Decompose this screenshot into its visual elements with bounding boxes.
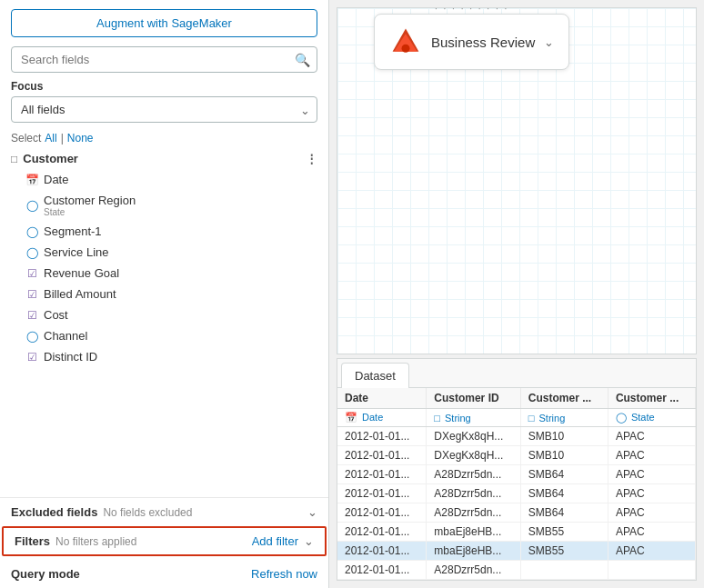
dataset-container: Dataset Date Customer ID Customer ... Cu… bbox=[337, 358, 697, 581]
dim-field-icon: ◯ bbox=[25, 246, 38, 259]
excluded-section[interactable]: Excluded fields No fields excluded ⌄ bbox=[0, 498, 328, 526]
field-group-more-icon[interactable]: ⋮ bbox=[306, 152, 317, 165]
table-cell: A28Dzrr5dn... bbox=[427, 465, 521, 484]
dim-field-icon: ◯ bbox=[25, 199, 38, 212]
table-cell: APAC bbox=[608, 542, 695, 561]
string-type-icon: □ bbox=[528, 413, 535, 424]
excluded-chevron-icon: ⌄ bbox=[307, 505, 317, 519]
field-name-billed-amount: Billed Amount bbox=[44, 287, 300, 301]
left-panel: Augment with SageMaker 🔍 Focus All field… bbox=[0, 0, 329, 588]
column-header-cust3: Customer ... bbox=[608, 388, 695, 409]
table-cell: A28Dzrr5dn... bbox=[427, 561, 521, 580]
search-container: 🔍 bbox=[11, 46, 317, 73]
query-mode-label: Query mode bbox=[11, 567, 251, 581]
excluded-note: No fields excluded bbox=[103, 506, 302, 519]
field-name-distinct-id: Distinct ID bbox=[44, 350, 300, 364]
list-item[interactable]: ◯ Customer Region State ⋮ bbox=[0, 190, 328, 221]
table-cell: 2012-01-01... bbox=[337, 503, 427, 523]
date-field-icon: 📅 bbox=[25, 174, 38, 186]
table-row: 2012-01-01...mbaEj8eHB...SMB55APAC bbox=[337, 523, 696, 542]
table-cell: APAC bbox=[608, 446, 695, 465]
list-item[interactable]: ◯ Channel ⋮ bbox=[0, 325, 328, 346]
focus-section: Focus All fields ⌄ bbox=[0, 80, 328, 128]
table-cell: 2012-01-01... bbox=[337, 446, 427, 465]
select-none-link[interactable]: None bbox=[67, 132, 94, 145]
query-mode-section: Query mode Refresh now bbox=[0, 560, 328, 588]
refresh-now-link[interactable]: Refresh now bbox=[251, 567, 317, 581]
filters-chevron-icon: ⌄ bbox=[304, 534, 314, 548]
excluded-label: Excluded fields bbox=[11, 505, 97, 519]
field-name-segment1: Segment-1 bbox=[44, 224, 300, 238]
table-cell: 2012-01-01... bbox=[337, 542, 427, 561]
table-cell: 2012-01-01... bbox=[337, 561, 427, 580]
dim-field-icon: ◯ bbox=[25, 330, 38, 343]
filters-section: Filters No filters applied Add filter ⌄ bbox=[2, 526, 327, 556]
type-string2: □ String bbox=[520, 409, 608, 427]
list-item[interactable]: ☑ Revenue Goal ⋮ bbox=[0, 263, 328, 284]
select-label: Select bbox=[11, 132, 41, 145]
table-cell: 2012-01-01... bbox=[337, 523, 427, 542]
list-item[interactable]: 📅 Date ⋮ bbox=[0, 169, 328, 190]
viz-chevron-icon[interactable]: ⌄ bbox=[544, 35, 554, 49]
search-icon: 🔍 bbox=[295, 53, 310, 67]
table-row: 2012-01-01...mbaEj8eHB...SMB55APAC bbox=[337, 542, 696, 561]
focus-select[interactable]: All fields bbox=[11, 96, 317, 123]
field-name-customer-region: Customer Region State bbox=[44, 194, 300, 217]
type-date: 📅 Date bbox=[337, 409, 427, 427]
field-name-channel: Channel bbox=[44, 329, 300, 343]
table-row: 2012-01-01...A28Dzrr5dn...SMB64APAC bbox=[337, 465, 696, 484]
table-cell: 2012-01-01... bbox=[337, 484, 427, 503]
field-name-date: Date bbox=[44, 173, 300, 186]
select-separator: | bbox=[61, 132, 64, 145]
select-all-link[interactable]: All bbox=[45, 132, 56, 145]
filters-note: No filters applied bbox=[55, 535, 246, 548]
list-item[interactable]: ◯ Service Line ⋮ bbox=[0, 242, 328, 263]
viz-title: Business Review bbox=[431, 35, 535, 50]
type-state: ◯ State bbox=[608, 409, 695, 427]
location-type-icon: ◯ bbox=[616, 412, 627, 423]
table-cell: SMB10 bbox=[520, 427, 608, 446]
folder-icon: □ bbox=[11, 153, 17, 165]
table-cell: APAC bbox=[608, 484, 695, 503]
table-cell: APAC bbox=[608, 427, 695, 446]
list-item[interactable]: ☑ Distinct ID ⋮ bbox=[0, 346, 328, 367]
add-filter-link[interactable]: Add filter bbox=[252, 534, 298, 548]
dataset-table: Date Customer ID Customer ... Customer .… bbox=[337, 388, 696, 580]
table-cell: SMB64 bbox=[520, 465, 608, 484]
table-row: 2012-01-01...A28Dzrr5dn... bbox=[337, 561, 696, 580]
filters-label: Filters bbox=[15, 534, 50, 548]
table-header-row: Date Customer ID Customer ... Customer .… bbox=[337, 388, 696, 409]
measure-field-icon: ☑ bbox=[25, 351, 38, 364]
augment-sagemaker-button[interactable]: Augment with SageMaker bbox=[11, 9, 317, 37]
table-cell: 2012-01-01... bbox=[337, 465, 427, 484]
measure-field-icon: ☑ bbox=[25, 288, 38, 301]
list-item[interactable]: ☑ Billed Amount ⋮ bbox=[0, 284, 328, 304]
list-item[interactable]: ◯ Segment-1 ⋮ bbox=[0, 221, 328, 242]
table-cell bbox=[608, 561, 695, 580]
dataset-tab[interactable]: Dataset bbox=[341, 363, 409, 388]
viz-card[interactable]: · · · · · · · · · Business Review ⌄ bbox=[374, 14, 569, 70]
table-cell: SMB55 bbox=[520, 523, 608, 542]
table-cell: A28Dzrr5dn... bbox=[427, 484, 521, 503]
field-group-header: □ Customer ⋮ bbox=[0, 148, 328, 169]
table-body: 2012-01-01...DXegKx8qH...SMB10APAC2012-0… bbox=[337, 427, 696, 580]
field-sub-label: State bbox=[44, 207, 300, 217]
date-type-icon: 📅 bbox=[345, 412, 357, 423]
quicksight-icon bbox=[389, 25, 422, 58]
table-type-row: 📅 Date □ String □ String ◯ State bbox=[337, 409, 696, 427]
table-row: 2012-01-01...A28Dzrr5dn...SMB64APAC bbox=[337, 484, 696, 503]
fields-list: □ Customer ⋮ 📅 Date ⋮ ◯ Customer Region … bbox=[0, 148, 328, 497]
field-name-service-line: Service Line bbox=[44, 245, 300, 259]
table-row: 2012-01-01...DXegKx8qH...SMB10APAC bbox=[337, 446, 696, 465]
table-cell: mbaEj8eHB... bbox=[427, 542, 521, 561]
bottom-sections: Excluded fields No fields excluded ⌄ Fil… bbox=[0, 497, 328, 588]
field-group-name: Customer bbox=[23, 152, 78, 165]
search-input[interactable] bbox=[11, 46, 317, 73]
table-cell: SMB10 bbox=[520, 446, 608, 465]
canvas-area: · · · · · · · · · Business Review ⌄ bbox=[337, 7, 697, 354]
list-item[interactable]: ☑ Cost ⋮ bbox=[0, 304, 328, 325]
table-cell: APAC bbox=[608, 503, 695, 523]
column-header-custid: Customer ID bbox=[427, 388, 521, 409]
focus-label: Focus bbox=[11, 80, 317, 93]
table-cell: APAC bbox=[608, 465, 695, 484]
